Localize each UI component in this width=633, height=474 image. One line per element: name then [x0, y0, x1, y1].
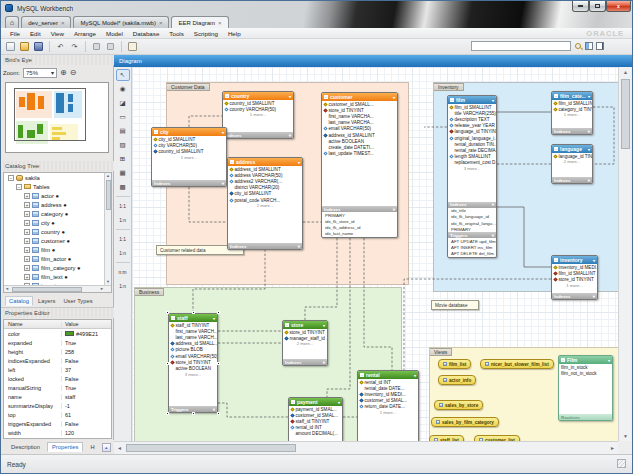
selection-handle[interactable]	[192, 311, 195, 314]
property-row[interactable]: namestaff	[4, 392, 111, 401]
tree-item-sakila[interactable]: −sakila	[4, 173, 111, 182]
rel-1-1-identifying-tool[interactable]: 1:1	[116, 233, 130, 245]
home-tab[interactable]: ⌂	[5, 16, 19, 28]
tree-item-Tables[interactable]: −Tables	[4, 182, 111, 191]
er-table-header[interactable]: inventory▾	[552, 256, 597, 264]
tree-item-customer[interactable]: +customer ●	[4, 236, 111, 245]
tree-expander[interactable]: +	[24, 220, 30, 226]
er-table-header[interactable]: customer▾	[322, 93, 397, 101]
undo-icon[interactable]: ↶	[55, 41, 66, 52]
tree-expander[interactable]: −	[16, 184, 22, 190]
tree-expander[interactable]: +	[24, 256, 30, 262]
menu-item-file[interactable]: File	[5, 30, 25, 37]
diagram-canvas[interactable]: Customer DataInventoryBusinessViewsCusto…	[132, 67, 618, 441]
tree-expander[interactable]: −	[8, 175, 14, 181]
er-section-indexes[interactable]: Indexes▾	[552, 293, 597, 299]
title-bar[interactable]: MySQL Workbench	[1, 1, 633, 15]
er-section-indexes[interactable]: Indexes▾	[223, 132, 293, 138]
er-table-header[interactable]: language▾	[552, 145, 592, 153]
er-table-header[interactable]: payment▾	[289, 398, 342, 406]
close-icon[interactable]: ×	[159, 20, 163, 26]
er-table-payment[interactable]: payment▾payment_id SMAL...customer_id SM…	[288, 397, 343, 441]
table-tool[interactable]: ⊞	[116, 153, 130, 165]
hand-tool[interactable]: ◉	[116, 83, 130, 95]
routine-group-header[interactable]: Film▾	[559, 356, 612, 364]
reset-layout-icon[interactable]	[127, 41, 138, 52]
doc-tab-EER[interactable]: EER Diagram×	[171, 16, 228, 28]
minimize-button[interactable]	[572, 1, 589, 12]
tree-expander[interactable]: +	[24, 229, 30, 235]
new-document-icon[interactable]	[5, 41, 16, 52]
er-section-indexes[interactable]: Indexes▾	[152, 180, 226, 186]
er-table-header[interactable]: rental▾	[358, 371, 418, 379]
tree-item-city[interactable]: +city ●	[4, 218, 111, 227]
redo-icon[interactable]: ↷	[69, 41, 80, 52]
property-row[interactable]: top61	[4, 410, 111, 419]
er-section-indexes[interactable]: Indexes▾	[228, 243, 302, 249]
tree-item-film[interactable]: +film ●	[4, 245, 111, 254]
tree-item-address[interactable]: +address ●	[4, 200, 111, 209]
er-table-language[interactable]: language▾language_id TINY...2 more...Ind…	[551, 144, 593, 184]
view-tool[interactable]: ▦	[116, 167, 130, 179]
routine-group-film[interactable]: Film▾film_in_stockfilm_not_in_stockRouti…	[558, 355, 613, 421]
doc-tab-MySQL[interactable]: MySQL Model* (sakila.mwb)×	[73, 16, 169, 28]
birds-eye-map[interactable]	[5, 82, 109, 153]
property-row[interactable]: width120	[4, 428, 111, 437]
view-sales_by_film_category[interactable]: sales_by_film_category	[431, 417, 499, 427]
tree-expander[interactable]: +	[24, 247, 30, 253]
menu-item-help[interactable]: Help	[223, 30, 246, 37]
er-table-film_cate[interactable]: film_cate...▾film_id SMALLINTcategory_id…	[551, 91, 593, 135]
note-tool[interactable]: ▤	[116, 125, 130, 137]
selection-handle[interactable]	[192, 412, 195, 415]
menu-item-view[interactable]: View	[46, 30, 69, 37]
selection-handle[interactable]	[166, 311, 169, 314]
tree-item-actor[interactable]: +actor ●	[4, 191, 111, 200]
property-row[interactable]: height258	[4, 347, 111, 356]
tab-catalog[interactable]: Catalog	[5, 296, 33, 306]
er-table-rental[interactable]: rental▾rental_id INTrental_date DATE...i…	[357, 370, 419, 441]
open-model-icon[interactable]	[19, 41, 30, 52]
tree-expander[interactable]: +	[24, 211, 30, 217]
view-nicer_but_slower_film_list[interactable]: nicer_but_slower_film_list	[480, 359, 554, 369]
routine-group-tool[interactable]: ▩	[116, 181, 130, 193]
zoom-out-icon[interactable]: ⊖	[70, 68, 77, 77]
property-row[interactable]: expandedTrue	[4, 338, 111, 347]
menu-item-scripting[interactable]: Scripting	[189, 30, 223, 37]
tab-description[interactable]: Description	[7, 443, 44, 451]
er-table-staff[interactable]: staff▾staff_id TINYINTfirst_name VARCH..…	[168, 313, 218, 413]
tree-expander[interactable]: +	[24, 265, 30, 271]
save-model-icon[interactable]	[33, 41, 44, 52]
view-actor_info[interactable]: actor_info	[438, 375, 476, 385]
tree-vertical-scrollbar[interactable]: ▲▼	[104, 173, 111, 285]
er-section-indexes[interactable]: Indexes▾	[283, 359, 327, 365]
tree-item-film_text[interactable]: +film_text ●	[4, 272, 111, 281]
layer-label[interactable]: Inventory	[434, 83, 464, 91]
tab-properties[interactable]: Properties	[47, 442, 83, 452]
menu-item-database[interactable]: Database	[128, 30, 165, 37]
selection-handle[interactable]	[166, 362, 169, 365]
menu-item-edit[interactable]: Edit	[25, 30, 46, 37]
zoom-in-icon[interactable]: ⊕	[60, 68, 67, 77]
selection-handle[interactable]	[166, 412, 169, 415]
zoom-select[interactable]: 75% ▾	[23, 68, 57, 78]
resize-grip[interactable]	[617, 459, 626, 468]
property-row[interactable]: left37	[4, 365, 111, 374]
image-tool[interactable]: ▨	[116, 139, 130, 151]
er-table-header[interactable]: film_cate...▾	[552, 92, 592, 100]
er-table-header[interactable]: country▾	[223, 92, 293, 100]
rel-1-n-identifying-tool[interactable]: 1:n	[116, 247, 130, 259]
selection-handle[interactable]	[217, 412, 220, 415]
close-icon[interactable]: ×	[61, 20, 65, 26]
layer-label[interactable]: Views	[430, 348, 452, 356]
tree-expander[interactable]: +	[24, 193, 30, 199]
pointer-tool[interactable]: ↖	[116, 69, 130, 81]
toggle-small-icon[interactable]	[91, 41, 102, 52]
layer-label[interactable]: Customer Data	[167, 83, 210, 91]
canvas-horizontal-scrollbar[interactable]: ◄►	[114, 441, 618, 454]
toggle-small2-icon[interactable]	[105, 41, 116, 52]
tree-expander[interactable]: +	[24, 238, 30, 244]
tab-layers[interactable]: Layers	[35, 297, 58, 305]
er-table-header[interactable]: staff▾	[169, 314, 217, 322]
rel-1-1-non-identifying-tool[interactable]: 1:1	[116, 200, 130, 212]
canvas-vertical-scrollbar[interactable]: ▲▼	[618, 67, 631, 441]
